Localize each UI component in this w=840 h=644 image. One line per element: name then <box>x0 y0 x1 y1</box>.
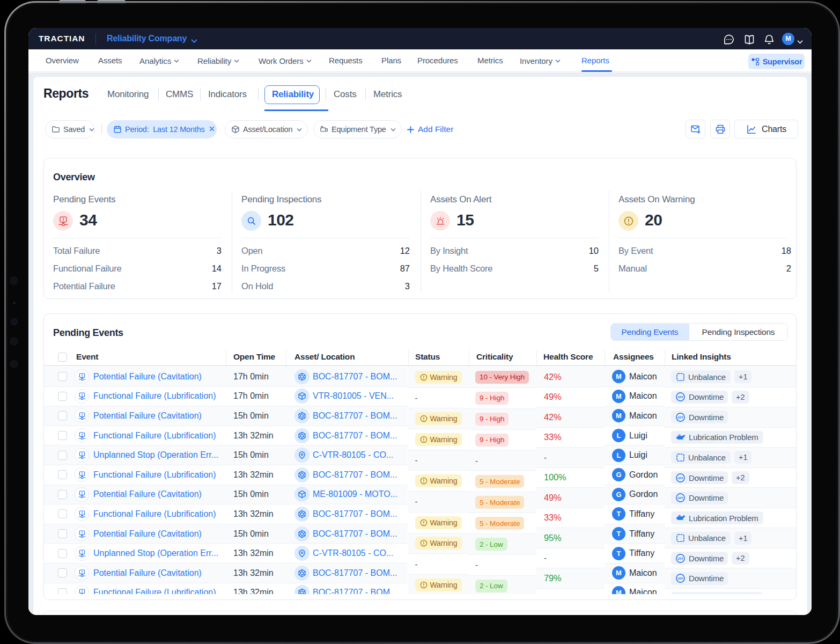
svg-text:OFF: OFF <box>677 477 684 480</box>
svg-text:OFF: OFF <box>677 396 684 399</box>
svg-text:OFF: OFF <box>677 496 684 500</box>
svg-text:OFF: OFF <box>677 577 684 580</box>
svg-text:OFF: OFF <box>677 557 684 560</box>
svg-text:OFF: OFF <box>677 416 684 419</box>
